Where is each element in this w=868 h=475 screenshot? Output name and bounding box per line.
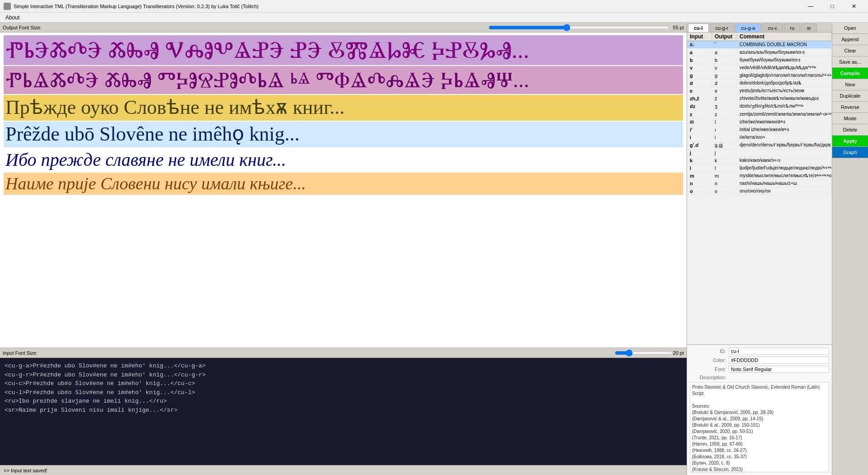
table-row[interactable]: ggglagoli/glagloljo/глаголи/глаголи/глаг… bbox=[687, 72, 832, 80]
table-row[interactable]: ooonu/оно/ону/он bbox=[687, 188, 832, 195]
tab-cu-c[interactable]: cu-c bbox=[762, 24, 783, 32]
table-row[interactable]: kkkako/како/какw/з+›з bbox=[687, 157, 832, 165]
cell-output: z bbox=[712, 111, 737, 118]
output-line: Наиме прије Словени нису имали књиге... bbox=[4, 173, 683, 195]
detail-id-label: ID: bbox=[690, 348, 726, 354]
cell-output: o bbox=[712, 188, 737, 195]
table-row[interactable]: g'.dġ,ġjdjervi/derv/dervь/г'ервь/ђервь/г… bbox=[687, 141, 832, 149]
cell-output: ġ,ġj bbox=[712, 141, 737, 149]
cell-comment: vede/vědě/vědě/вѣди/вѣдь/вѣди/ⱌⰰⰸ bbox=[737, 64, 832, 71]
cell-input: g bbox=[687, 72, 712, 79]
output-font-label: Output Font Size: bbox=[3, 25, 489, 30]
table-row[interactable]: vvvede/vědě/vědě/вѣди/вѣдь/вѣди/ⱌⰰⰸ bbox=[687, 64, 832, 72]
cell-input: #i bbox=[687, 118, 712, 126]
detail-desc-row: Description: bbox=[690, 375, 829, 380]
right-panel: cu-lcu-g-rcu-g-acu-crusr Input Output Co… bbox=[687, 23, 868, 475]
cell-output: n bbox=[712, 180, 737, 187]
cell-output: ž bbox=[712, 95, 737, 102]
tab-bar: cu-lcu-g-rcu-g-acu-crusr bbox=[687, 23, 832, 33]
table-row[interactable]: mmmyslite/мыслите/мыслите/мыслѣте/зⰸⰸⰰⰸⰳ… bbox=[687, 172, 832, 180]
table-row[interactable]: dddobro/dobré/добро/добрѣ/азѣ bbox=[687, 80, 832, 87]
detail-panel: ID: cu-l Color: #FDDDDDD Font: Noto Seri… bbox=[687, 344, 832, 475]
input-font-value: 20 pt bbox=[673, 350, 684, 356]
table-row[interactable]: iiі/и/іwта/зоо+ bbox=[687, 134, 832, 141]
close-button[interactable]: ✕ bbox=[844, 0, 864, 13]
table-row[interactable]: i'ıinitial izhe/иже/ижеи/вⰸз bbox=[687, 126, 832, 134]
tab-ru[interactable]: ru bbox=[784, 24, 800, 32]
table-container: #-‾COMBINING DOUBLE MACRONaaazu/азъ/азь/… bbox=[687, 41, 832, 344]
cell-comment bbox=[737, 149, 832, 156]
save-as-button[interactable]: Save as... bbox=[832, 56, 868, 68]
input-textarea[interactable] bbox=[0, 358, 687, 465]
graph-button[interactable]: Graph bbox=[832, 147, 868, 158]
table-row[interactable]: eeyestu/jestь/естъ/есть/есть/зеом bbox=[687, 87, 832, 95]
duplicate-button[interactable]: Duplicate bbox=[832, 90, 868, 102]
tab-sr[interactable]: sr bbox=[801, 24, 817, 32]
cell-input: i' bbox=[687, 126, 712, 133]
input-font-bar: Input Font Size: 20 pt bbox=[0, 348, 687, 358]
maximize-button[interactable]: □ bbox=[822, 0, 843, 13]
table-row[interactable]: dzʒdzelo/ʒělo/ʒělo/сѣло/сѣлw/ⱌⰰⰸ bbox=[687, 103, 832, 111]
apply-button[interactable]: Apply bbox=[832, 136, 868, 147]
compile-button[interactable]: Compile bbox=[832, 68, 868, 79]
cell-comment: izhe/іже/иже/ижеи/вⰸз bbox=[737, 118, 832, 126]
output-line: Ибо прежде славяне не имели книг... bbox=[4, 148, 683, 172]
mode-button[interactable]: Mode bbox=[832, 113, 868, 124]
table-row[interactable]: zzzemlja/zemli/zemli/земліа/земла/земли/… bbox=[687, 111, 832, 118]
cell-input: dz bbox=[687, 103, 712, 110]
cell-input: z bbox=[687, 111, 712, 118]
menu-about[interactable]: About bbox=[2, 14, 23, 22]
cell-comment: azu/азъ/азь/боукы/боукьви/ез›з bbox=[737, 49, 832, 56]
output-line: Прѣжде оуко Словѣне не имѣхѫ книг... bbox=[4, 95, 683, 121]
minimize-button[interactable]: — bbox=[800, 0, 821, 13]
cell-input: v bbox=[687, 64, 712, 71]
table-row[interactable]: nnnashi/нашь/нашь/нашь/z+ш bbox=[687, 180, 832, 188]
cell-output: v bbox=[712, 64, 737, 71]
output-font-slider[interactable] bbox=[489, 24, 669, 31]
table-row[interactable]: zh,žžzhivete/živěte/живѣте/живьти/живъдо… bbox=[687, 95, 832, 103]
table-row[interactable]: bbбуки/буки/боукы/боукьви/ез›з bbox=[687, 56, 832, 64]
tab-cu-g-r[interactable]: cu-g-r bbox=[710, 24, 735, 32]
cell-input: g'.d bbox=[687, 141, 712, 149]
cell-input: i bbox=[687, 134, 712, 141]
cell-comment: glagoli/glagloljo/глаголи/глаголи/глагол… bbox=[737, 72, 832, 79]
app-icon bbox=[4, 3, 11, 10]
input-area: Input Font Size: 20 pt bbox=[0, 348, 687, 465]
output-line: Prêžde ubō Slovêne ne imêhǫ knig... bbox=[4, 122, 683, 147]
cell-output: ʒ bbox=[712, 103, 737, 110]
left-panel: Output Font Size: 55 pt ⰒⰓⰅⰆⰄⰅ ⰆⰈⰟ ⰜⰎⰑⰂⰡ… bbox=[0, 23, 687, 475]
table-row[interactable]: aaazu/азъ/азь/боукы/боукьви/ез›з bbox=[687, 49, 832, 56]
append-button[interactable]: Append bbox=[832, 34, 868, 45]
input-font-slider[interactable] bbox=[615, 349, 673, 357]
menubar: About bbox=[0, 13, 868, 23]
table-row[interactable]: #-‾COMBINING DOUBLE MACRON bbox=[687, 41, 832, 49]
output-line: ⰒⰓⰅⰆⰄⰅ ⰆⰈⰟ ⰜⰎⰑⰂⰡⰐⰅ ⰐⰅ ⰋⰏⰡⰘⰨ ⰍⰐⰋⰃⰟ... bbox=[4, 35, 683, 65]
tab-cu-l[interactable]: cu-l bbox=[688, 24, 709, 32]
cell-output: e bbox=[712, 87, 737, 94]
cell-output: m bbox=[712, 172, 737, 179]
tab-cu-g-a[interactable]: cu-g-a bbox=[735, 24, 761, 32]
table-row[interactable]: llljudije/ljudie/l'udьje/людьје/людиѥ/лю… bbox=[687, 165, 832, 172]
cell-comment: yestu/jestь/естъ/есть/есть/зеом bbox=[737, 87, 832, 94]
delete-button[interactable]: Delete bbox=[832, 124, 868, 136]
cell-input: n bbox=[687, 180, 712, 187]
main-layout: Output Font Size: 55 pt ⰒⰓⰅⰆⰄⰅ ⰆⰈⰟ ⰜⰎⰑⰂⰡ… bbox=[0, 23, 868, 475]
cell-comment: initial izhe/иже/ижеи/вⰸз bbox=[737, 126, 832, 133]
table-row[interactable]: jj bbox=[687, 149, 832, 157]
cell-input: a bbox=[687, 49, 712, 56]
detail-font-value: Noto Serif Regular bbox=[729, 366, 829, 373]
open-button[interactable]: Open bbox=[832, 23, 868, 34]
new-button[interactable]: New bbox=[832, 79, 868, 90]
right-buttons: Open Append Clear Save as... Compile New… bbox=[832, 23, 868, 475]
cell-output: l bbox=[712, 165, 737, 172]
clear-button[interactable]: Clear bbox=[832, 45, 868, 56]
table-row[interactable]: #iīizhe/іже/иже/ижеи/вⰸз bbox=[687, 118, 832, 126]
cell-input: e bbox=[687, 87, 712, 94]
window-title: Simple Interactive TML (Transliteration … bbox=[14, 4, 800, 9]
col-header-comment: Comment bbox=[737, 33, 832, 41]
cell-output: j bbox=[712, 149, 737, 156]
reverse-button[interactable]: Reverse bbox=[832, 102, 868, 113]
output-line: ⰒⰓⰡⰆⰄⰅ ⰆⰈⰟ ⰕⰍⰑⰔⰐⰑⰄⰓⰡ ⱃⱑ ⰕⰗⰡⰄⰎⰡⰅ ⰍⰓⰡⰟⰛ... bbox=[4, 66, 683, 94]
col-header-input: Input bbox=[687, 33, 712, 41]
titlebar: Simple Interactive TML (Transliteration … bbox=[0, 0, 868, 13]
